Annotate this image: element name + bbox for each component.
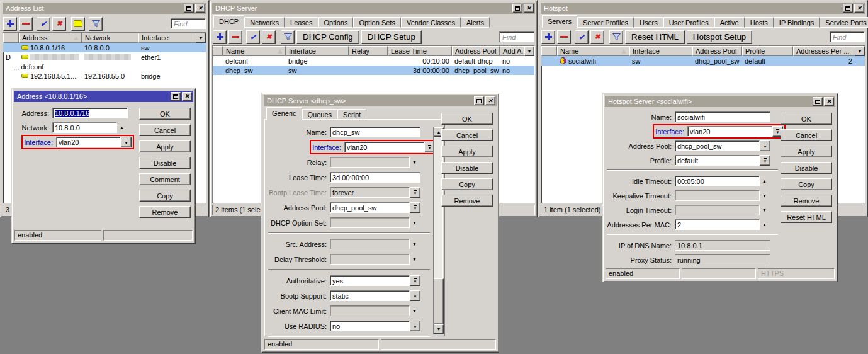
filter-button[interactable]: [89, 17, 103, 31]
bootp-support-input[interactable]: static: [330, 290, 410, 301]
close-button[interactable]: ✕: [854, 4, 864, 13]
address-pool-dropdown-button[interactable]: ▼: [760, 140, 770, 151]
tab-networks[interactable]: Networks: [244, 17, 285, 28]
find-input[interactable]: Find: [171, 18, 206, 29]
dialog-titlebar[interactable]: Hotspot Server <socialwifi> ✕: [605, 96, 835, 107]
table-row[interactable]: 192.168.55.1...192.168.55.0bridge: [3, 71, 206, 81]
idle-timeout-up-arrow[interactable]: ▲: [760, 179, 769, 183]
interface-dropdown-button[interactable]: ▼: [121, 137, 132, 147]
bootp-lease-time-dropdown-button[interactable]: ▼: [410, 187, 420, 198]
address-pool-input[interactable]: dhcp_pool_sw: [675, 140, 760, 151]
network-up-arrow[interactable]: ▲: [117, 125, 127, 130]
column-header-relay[interactable]: Relay: [349, 46, 388, 56]
address-input[interactable]: 10.8.0.1/16: [52, 108, 128, 118]
column-header-name[interactable]: Name: [557, 46, 629, 56]
tab-server-profiles[interactable]: Server Profiles: [577, 17, 634, 28]
column-header-lease-time[interactable]: Lease Time: [388, 46, 452, 56]
column-header-addresses-per-mac[interactable]: Addresses Per ...: [793, 46, 865, 56]
address-pool-dropdown-button[interactable]: ▼: [410, 202, 420, 213]
table-row[interactable]: Dether1: [3, 52, 206, 62]
copy-button[interactable]: Copy: [441, 178, 493, 190]
table-row[interactable]: ;;; defconf: [3, 62, 206, 71]
column-header-interface[interactable]: Interface: [286, 46, 349, 56]
client-mac-limit-dropdown-arrow[interactable]: ▼: [410, 309, 419, 313]
remove-button[interactable]: [228, 30, 242, 44]
network-input[interactable]: 10.8.0.0: [52, 122, 117, 133]
copy-button[interactable]: Copy: [139, 190, 191, 202]
tab-user-profiles[interactable]: User Profiles: [663, 17, 714, 28]
bootp-support-dropdown-button[interactable]: ▼: [410, 290, 420, 301]
column-header-name[interactable]: Name: [223, 46, 286, 56]
column-header-profile[interactable]: Profile: [742, 46, 793, 56]
column-header-flags[interactable]: [213, 46, 223, 56]
cancel-button[interactable]: Cancel: [781, 129, 832, 141]
scroll-down-button[interactable]: ▼: [434, 324, 444, 334]
scroll-thumb[interactable]: [434, 278, 444, 324]
maximize-button[interactable]: [184, 4, 194, 13]
profile-input[interactable]: default: [675, 155, 760, 166]
remove-button[interactable]: Remove: [441, 195, 493, 207]
add-button[interactable]: [213, 30, 227, 44]
cancel-button[interactable]: Cancel: [441, 129, 493, 141]
table-row[interactable]: 10.8.0.1/1610.8.0.0sw: [3, 43, 206, 52]
reset-html-button[interactable]: Reset HTML: [625, 30, 685, 44]
enable-button[interactable]: ✔: [575, 30, 589, 44]
apply-button[interactable]: Apply: [441, 146, 493, 157]
interface-input[interactable]: vlan20: [56, 137, 121, 147]
disable-button[interactable]: ✖: [52, 17, 66, 31]
maximize-button[interactable]: [843, 4, 853, 13]
disable-button[interactable]: ✖: [262, 30, 276, 44]
disable-button[interactable]: Disable: [441, 162, 493, 174]
interface-input[interactable]: vlan20: [687, 126, 772, 137]
tab-option-sets[interactable]: Option Sets: [353, 17, 400, 28]
tab-users[interactable]: Users: [634, 17, 663, 28]
window-titlebar[interactable]: DHCP Server ✕: [212, 3, 535, 14]
name-input[interactable]: socialwifi: [675, 111, 770, 122]
name-input[interactable]: dhcp_sw: [330, 127, 420, 137]
close-button[interactable]: ✕: [485, 96, 495, 105]
dialog-titlebar[interactable]: Address <10.8.0.1/16> ✕: [14, 91, 193, 102]
close-button[interactable]: ✕: [195, 4, 205, 13]
enable-button[interactable]: ✔: [37, 17, 50, 31]
apply-button[interactable]: Apply: [139, 140, 191, 152]
tab-active[interactable]: Active: [714, 17, 745, 28]
use-radius-input[interactable]: no: [330, 321, 410, 331]
login-timeout-dropdown-arrow[interactable]: ▼: [760, 208, 769, 212]
tab-service-ports[interactable]: Service Ports: [820, 17, 868, 28]
disable-button[interactable]: ✖: [590, 30, 604, 44]
find-input[interactable]: Find: [830, 31, 865, 42]
lease-time-input[interactable]: 3d 00:00:00: [330, 172, 420, 183]
src-address-dropdown-arrow[interactable]: ▼: [410, 242, 419, 246]
tab-alerts[interactable]: Alerts: [461, 17, 490, 28]
enable-button[interactable]: ✔: [246, 30, 260, 44]
interface-input[interactable]: vlan20: [344, 142, 424, 152]
disable-button[interactable]: Disable: [139, 157, 191, 169]
column-header-flags[interactable]: [3, 33, 19, 43]
addresses-per-mac-input[interactable]: 2: [675, 219, 760, 230]
keepalive-timeout-dropdown-arrow[interactable]: ▼: [760, 193, 769, 198]
column-header-address[interactable]: Address: [19, 33, 82, 43]
maximize-button[interactable]: [512, 4, 522, 13]
column-header-flags[interactable]: [541, 46, 557, 56]
apply-button[interactable]: Apply: [781, 146, 832, 157]
profile-dropdown-button[interactable]: ▼: [760, 155, 770, 166]
remove-button[interactable]: [557, 30, 571, 44]
tab-vendor-classes[interactable]: Vendor Classes: [401, 17, 461, 28]
maximize-button[interactable]: [474, 96, 484, 105]
filter-button[interactable]: [609, 30, 623, 44]
column-select-button[interactable]: ▼: [524, 46, 534, 56]
tab-servers[interactable]: Servers: [542, 15, 577, 28]
maximize-button[interactable]: [171, 92, 181, 101]
tab-script[interactable]: Script: [337, 109, 366, 120]
tab-options[interactable]: Options: [318, 17, 354, 28]
filter-button[interactable]: [281, 30, 295, 44]
column-select-button[interactable]: ▼: [855, 46, 865, 56]
window-titlebar[interactable]: Hotspot ✕: [541, 3, 865, 14]
ok-button[interactable]: OK: [781, 113, 832, 125]
copy-button[interactable]: Copy: [781, 178, 832, 190]
remove-button[interactable]: Remove: [781, 195, 832, 207]
dhcp-config-button[interactable]: DHCP Config: [296, 30, 359, 44]
add-button[interactable]: [3, 17, 17, 31]
table-row[interactable]: socialwifiswdhcp_pool_swdefault2: [541, 56, 865, 66]
tab-ip-bindings[interactable]: IP Bindings: [774, 17, 820, 28]
